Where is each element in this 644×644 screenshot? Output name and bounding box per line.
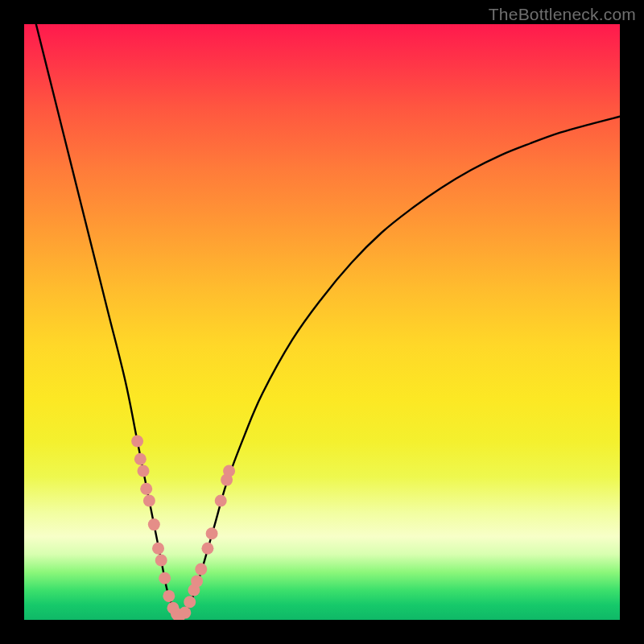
curve-dots — [131, 436, 235, 621]
data-dot — [184, 596, 196, 608]
data-dot — [179, 607, 191, 619]
watermark-text: TheBottleneck.com — [489, 5, 636, 24]
data-dot — [134, 453, 147, 465]
data-dot — [195, 564, 207, 576]
data-dot — [143, 495, 155, 507]
data-dot — [131, 436, 143, 448]
data-dot — [152, 543, 164, 555]
data-dot — [138, 465, 150, 477]
data-dot — [215, 495, 227, 507]
curve-overlay — [24, 24, 620, 620]
data-dot — [201, 543, 213, 555]
v-curve — [36, 24, 620, 620]
data-dot — [223, 465, 235, 477]
data-dot — [140, 483, 152, 495]
data-dot — [159, 572, 171, 584]
data-dot — [191, 575, 203, 587]
data-dot — [148, 518, 160, 530]
data-dot — [155, 555, 167, 567]
chart-stage: TheBottleneck.com — [0, 0, 644, 644]
data-dot — [206, 527, 218, 539]
data-dot — [163, 590, 175, 602]
plot-area — [24, 24, 620, 620]
